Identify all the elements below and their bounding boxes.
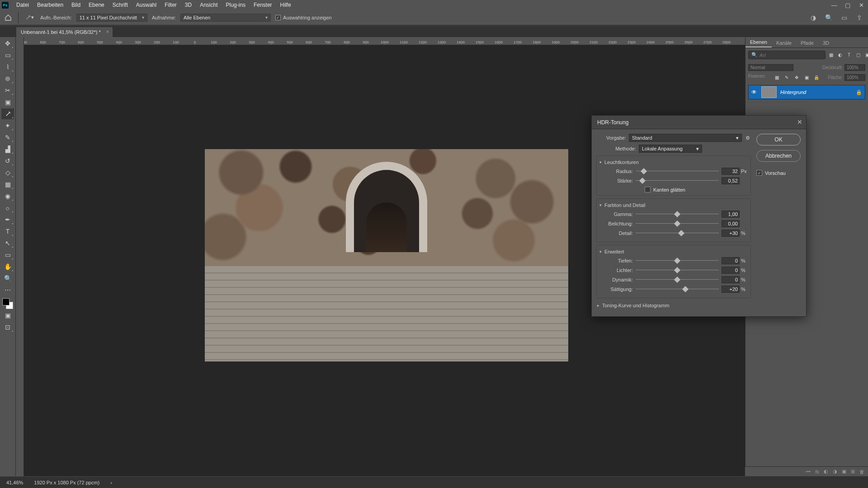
- lock-transparent-icon[interactable]: ▦: [773, 74, 780, 81]
- panel-tab-kanäle[interactable]: Kanäle: [772, 38, 796, 47]
- preview-option[interactable]: ✓ Vorschau: [756, 170, 801, 176]
- lock-artboard-icon[interactable]: ▣: [803, 74, 810, 81]
- panel-tab-pfade[interactable]: Pfade: [796, 38, 818, 47]
- exposure-slider[interactable]: [636, 221, 719, 227]
- shadow-input[interactable]: 0: [722, 257, 740, 264]
- search-icon[interactable]: 🔍: [825, 14, 833, 22]
- edit-toolbar[interactable]: ⋯: [1, 285, 14, 296]
- clone-stamp-tool[interactable]: ▟: [1, 144, 14, 155]
- layer-row-background[interactable]: 👁 Hintergrund 🔒: [749, 85, 865, 99]
- filter-pixel-icon[interactable]: ▦: [827, 52, 835, 59]
- fill-value[interactable]: 100%: [844, 74, 865, 81]
- link-layers-icon[interactable]: ⊶: [806, 469, 811, 474]
- gamma-input[interactable]: 1,00: [722, 211, 740, 218]
- zoom-level[interactable]: 41,46%: [6, 480, 23, 485]
- window-minimize[interactable]: —: [827, 0, 841, 10]
- visibility-toggle-icon[interactable]: 👁: [749, 89, 760, 95]
- radius-slider[interactable]: [636, 168, 719, 174]
- menu-datei[interactable]: Datei: [12, 0, 33, 9]
- panel-tab-3d[interactable]: 3D: [818, 38, 834, 47]
- highlight-slider[interactable]: [636, 267, 719, 273]
- shape-tool[interactable]: ▭: [1, 249, 14, 260]
- menu-schrift[interactable]: Schrift: [108, 0, 132, 9]
- radius-input[interactable]: 32: [722, 168, 740, 175]
- gamma-slider[interactable]: [636, 211, 719, 217]
- menu-3d[interactable]: 3D: [181, 0, 196, 9]
- brush-tool[interactable]: ✎: [1, 132, 14, 143]
- sample-source-select[interactable]: Alle Ebenen: [180, 14, 271, 22]
- preset-gear-icon[interactable]: ⚙: [745, 135, 751, 141]
- color-swatches[interactable]: [2, 298, 13, 309]
- delete-layer-icon[interactable]: 🗑: [859, 469, 864, 474]
- saturation-slider[interactable]: [636, 286, 719, 292]
- marquee-tool[interactable]: ▭: [1, 50, 14, 61]
- document-tab[interactable]: Unbenannt-1 bei 41,5% (RGB/32*) * ×: [16, 27, 113, 37]
- menu-fenster[interactable]: Fenster: [250, 0, 276, 9]
- vibrance-input[interactable]: 0: [722, 276, 740, 283]
- preset-select[interactable]: Standard▾: [629, 134, 742, 142]
- advanced-group-header[interactable]: ▾Erweitert: [599, 249, 748, 254]
- path-select-tool[interactable]: ↖: [1, 238, 14, 249]
- quick-select-tool[interactable]: ⊚: [1, 73, 14, 84]
- layer-mask-icon[interactable]: ◐: [824, 469, 828, 474]
- menu-hilfe[interactable]: Hilfe: [276, 0, 295, 9]
- cancel-button[interactable]: Abbrechen: [756, 150, 801, 162]
- share-icon[interactable]: ⇪: [855, 14, 863, 22]
- hand-tool[interactable]: ✋: [1, 261, 14, 272]
- window-maximize[interactable]: ▢: [841, 0, 854, 10]
- show-sampling-ring-option[interactable]: ✓ Auswahlring anzeigen: [275, 15, 332, 20]
- group-layers-icon[interactable]: ▣: [842, 469, 846, 474]
- eyedropper-tool[interactable]: [1, 108, 14, 119]
- filter-shape-icon[interactable]: ▢: [854, 52, 862, 59]
- layer-name-label[interactable]: Hintergrund: [778, 89, 856, 95]
- panel-tab-ebenen[interactable]: Ebenen: [745, 38, 772, 47]
- toning-curve-group-header[interactable]: ▸Toning-Kurve und Histogramm: [596, 301, 751, 310]
- exposure-input[interactable]: 0,00: [722, 220, 740, 227]
- lock-all-icon[interactable]: 🔒: [813, 74, 820, 81]
- zoom-tool[interactable]: 🔍: [1, 273, 14, 284]
- smooth-edges-option[interactable]: Kanten glätten: [645, 187, 748, 192]
- spot-heal-tool[interactable]: ✦: [1, 120, 14, 131]
- layer-fx-icon[interactable]: fx: [815, 469, 819, 474]
- blend-mode-select[interactable]: Normal: [748, 64, 793, 71]
- dodge-tool[interactable]: ☼: [1, 202, 14, 213]
- move-tool[interactable]: ✥: [1, 38, 14, 49]
- opacity-value[interactable]: 100%: [844, 64, 865, 71]
- detail-input[interactable]: +30: [722, 230, 740, 237]
- arrange-icon[interactable]: ▭: [840, 14, 848, 22]
- menu-bild[interactable]: Bild: [67, 0, 85, 9]
- layer-filter-field[interactable]: 🔍: [748, 51, 826, 59]
- layer-thumbnail[interactable]: [761, 86, 777, 98]
- lock-icon[interactable]: 🔒: [856, 89, 862, 95]
- eraser-tool[interactable]: ◇: [1, 167, 14, 178]
- highlight-input[interactable]: 0: [722, 267, 740, 274]
- strength-slider[interactable]: [636, 178, 719, 184]
- strength-input[interactable]: 0,52: [722, 177, 740, 184]
- menu-bearbeiten[interactable]: Bearbeiten: [33, 0, 67, 9]
- layer-filter-input[interactable]: [760, 52, 822, 58]
- blur-tool[interactable]: ◉: [1, 191, 14, 202]
- detail-slider[interactable]: [636, 230, 719, 236]
- document-info[interactable]: 1920 Px x 1080 Px (72 ppcm): [34, 480, 99, 485]
- filter-adjust-icon[interactable]: ◐: [836, 52, 844, 59]
- current-tool-icon[interactable]: ▾: [25, 13, 34, 22]
- frame-tool[interactable]: ▣: [1, 97, 14, 108]
- vibrance-slider[interactable]: [636, 277, 719, 283]
- window-close[interactable]: ✕: [854, 0, 868, 10]
- menu-filter[interactable]: Filter: [160, 0, 181, 9]
- saturation-input[interactable]: +20: [722, 286, 740, 293]
- menu-ebene[interactable]: Ebene: [85, 0, 108, 9]
- menu-plug-ins[interactable]: Plug-ins: [222, 0, 250, 9]
- menu-ansicht[interactable]: Ansicht: [196, 0, 222, 9]
- filter-type-icon[interactable]: T: [845, 52, 853, 59]
- ok-button[interactable]: OK: [756, 134, 801, 145]
- menu-auswahl[interactable]: Auswahl: [132, 0, 160, 9]
- dialog-close-icon[interactable]: ✕: [797, 118, 802, 126]
- dialog-titlebar[interactable]: HDR-Tonung ✕: [592, 116, 806, 129]
- close-tab-icon[interactable]: ×: [106, 29, 109, 34]
- lasso-tool[interactable]: ⌇: [1, 61, 14, 72]
- screen-mode-toggle[interactable]: ⊡: [1, 322, 14, 333]
- pen-tool[interactable]: ✒: [1, 214, 14, 225]
- edge-glow-group-header[interactable]: ▾Leuchtkonturen: [599, 160, 748, 165]
- crop-tool[interactable]: ✂: [1, 85, 14, 96]
